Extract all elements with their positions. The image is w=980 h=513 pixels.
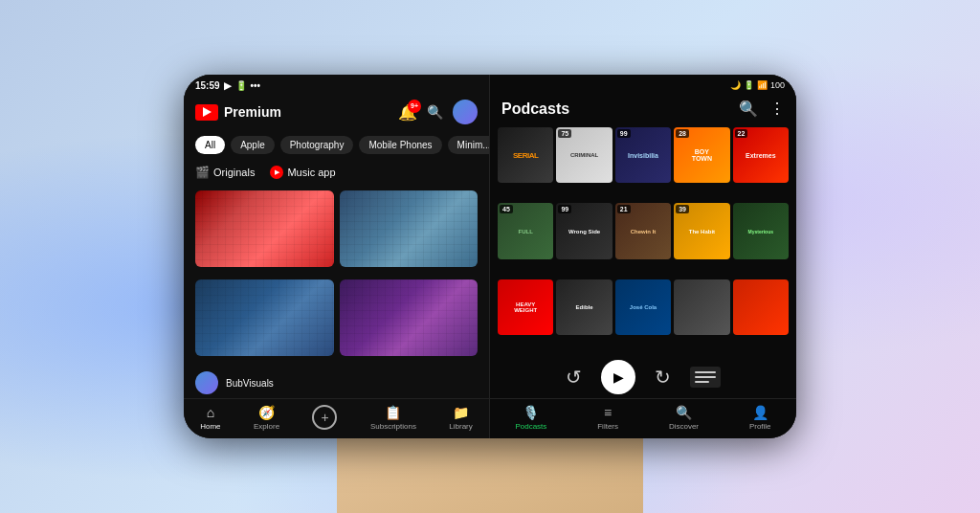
filters-nav-label: Filters bbox=[597, 422, 618, 431]
chip-apple[interactable]: Apple bbox=[231, 136, 275, 154]
notification-button[interactable]: 🔔 9+ bbox=[398, 103, 417, 122]
badge-99: 99 bbox=[617, 129, 631, 138]
podcast-cover-thehabit[interactable]: 39 The Habit bbox=[674, 203, 729, 258]
podcast-cover-14[interactable] bbox=[674, 279, 729, 335]
filters-icon: ≡ bbox=[604, 405, 612, 420]
discover-nav-label: Discover bbox=[669, 422, 699, 431]
video-thumb-2[interactable] bbox=[340, 190, 479, 267]
search-icon[interactable]: 🔍 bbox=[427, 104, 443, 120]
battery-level: 100 bbox=[770, 80, 785, 90]
channel-name: BubVisuals bbox=[226, 378, 274, 389]
nav-library[interactable]: 📁 Library bbox=[449, 405, 472, 431]
phone-device: 15:59 ▶ 🔋 ••• 🌙 🔋 📶 100 Premium 🔔 bbox=[184, 75, 796, 438]
filter-chips-container: All Apple Photography Mobile Phones Mini… bbox=[184, 132, 489, 162]
status-bar: 15:59 ▶ 🔋 ••• 🌙 🔋 📶 100 bbox=[184, 75, 796, 96]
youtube-header-icons: 🔔 9+ 🔍 bbox=[398, 100, 478, 124]
nav-home[interactable]: ⌂ Home bbox=[200, 405, 220, 431]
podcast-cover-chewinit[interactable]: 21 Chewin It bbox=[615, 203, 671, 258]
podcast-cover-extremes[interactable]: 22 Extremes bbox=[733, 127, 789, 183]
tab-originals[interactable]: 🎬 Originals bbox=[195, 166, 255, 179]
podcasts-icon: 🎙️ bbox=[523, 405, 539, 420]
chip-all[interactable]: All bbox=[195, 136, 225, 154]
channel-avatar bbox=[195, 371, 218, 394]
status-right: 🌙 🔋 📶 100 bbox=[730, 78, 785, 93]
podcast-cover-wrongside[interactable]: 99 Wrong Side bbox=[556, 203, 612, 258]
podcast-cover-full[interactable]: 45 FULL bbox=[498, 203, 553, 258]
chip-minim[interactable]: Minim... bbox=[448, 136, 489, 154]
youtube-bottom-nav: ⌂ Home 🧭 Explore + 📋 Subscriptions 📁 Lib… bbox=[184, 398, 489, 438]
chip-photography[interactable]: Photography bbox=[280, 136, 354, 154]
podcast-cover-serial[interactable]: SERIAL bbox=[498, 127, 553, 183]
video-thumb-1[interactable] bbox=[195, 190, 334, 267]
podcast-cover-invisibilia[interactable]: 99 Invisibilia bbox=[615, 127, 671, 183]
pod-nav-podcasts[interactable]: 🎙️ Podcasts bbox=[515, 405, 546, 431]
subscriptions-label: Subscriptions bbox=[370, 422, 416, 431]
explore-label: Explore bbox=[254, 422, 279, 431]
film-icon: 🎬 bbox=[195, 166, 210, 179]
music-app-label: Music app bbox=[287, 167, 335, 178]
player-controls: ↺ ▶ ↻ bbox=[490, 354, 796, 398]
music-app-icon: ▶ bbox=[270, 166, 283, 179]
podcasts-nav-label: Podcasts bbox=[515, 422, 546, 431]
subscriptions-icon: 📋 bbox=[385, 405, 401, 420]
podcast-cover-heavyweight[interactable]: HEAVYWEIGHT bbox=[498, 279, 553, 335]
phone-wrapper: 15:59 ▶ 🔋 ••• 🌙 🔋 📶 100 Premium 🔔 bbox=[165, 56, 815, 457]
tab-music-app[interactable]: ▶ Music app bbox=[270, 166, 335, 179]
podcast-cover-mysterious[interactable]: Mysterious bbox=[733, 203, 789, 258]
sub-tabs: 🎬 Originals ▶ Music app bbox=[184, 162, 489, 187]
dots-icon: ••• bbox=[251, 80, 261, 91]
fast-forward-button[interactable]: ↻ bbox=[655, 366, 671, 389]
library-label: Library bbox=[449, 422, 472, 431]
battery-icon-right: 🔋 bbox=[744, 80, 754, 90]
badge-99b: 99 bbox=[558, 205, 571, 213]
badge-39: 39 bbox=[676, 205, 689, 213]
nav-add[interactable]: + bbox=[312, 405, 337, 431]
video-thumb-4[interactable] bbox=[340, 279, 479, 356]
pod-nav-profile[interactable]: 👤 Profile bbox=[749, 405, 771, 431]
podcasts-panel: Podcasts 🔍 ⋮ SERIAL 75 CRIMINAL 99 Invis… bbox=[490, 75, 796, 438]
podcasts-header-icons: 🔍 ⋮ bbox=[739, 100, 785, 118]
badge-28: 28 bbox=[676, 129, 689, 138]
search-icon-podcasts[interactable]: 🔍 bbox=[739, 100, 758, 118]
originals-label: Originals bbox=[213, 167, 255, 178]
podcast-cover-josecola[interactable]: José Cola bbox=[615, 279, 671, 335]
video-thumb-3[interactable] bbox=[195, 279, 334, 356]
user-row: BubVisuals bbox=[184, 366, 489, 398]
explore-icon: 🧭 bbox=[258, 405, 275, 420]
add-icon: + bbox=[312, 405, 337, 430]
user-avatar[interactable] bbox=[453, 100, 478, 124]
nav-explore[interactable]: 🧭 Explore bbox=[254, 405, 279, 431]
more-options-icon[interactable]: ⋮ bbox=[769, 100, 785, 118]
play-pause-button[interactable]: ▶ bbox=[601, 360, 635, 394]
battery-icon: 🔋 bbox=[235, 80, 247, 91]
playlist-icon[interactable] bbox=[690, 367, 721, 388]
notification-badge: 9+ bbox=[408, 100, 421, 113]
profile-icon: 👤 bbox=[752, 405, 768, 420]
pod-nav-discover[interactable]: 🔍 Discover bbox=[669, 405, 699, 431]
chip-mobile-phones[interactable]: Mobile Phones bbox=[359, 136, 441, 154]
youtube-logo-icon bbox=[195, 104, 218, 121]
moon-icon: 🌙 bbox=[730, 80, 741, 90]
podcast-cover-edible[interactable]: Edible bbox=[556, 279, 612, 335]
podcast-covers-grid: SERIAL 75 CRIMINAL 99 Invisibilia 28 BOY… bbox=[490, 125, 796, 354]
pod-nav-filters[interactable]: ≡ Filters bbox=[597, 405, 618, 431]
badge-21: 21 bbox=[617, 205, 631, 213]
time-display: 15:59 bbox=[195, 80, 220, 91]
badge-75: 75 bbox=[558, 129, 571, 138]
youtube-panel: Premium 🔔 9+ 🔍 All Apple Photography Mob… bbox=[184, 75, 490, 438]
podcasts-title: Podcasts bbox=[501, 100, 739, 118]
wifi-icon: 📶 bbox=[757, 80, 768, 90]
discover-icon: 🔍 bbox=[676, 405, 692, 420]
badge-22: 22 bbox=[735, 129, 748, 138]
podcast-cover-criminal[interactable]: 75 CRIMINAL bbox=[556, 127, 612, 183]
play-status-icon: ▶ bbox=[224, 80, 232, 91]
podcasts-bottom-nav: 🎙️ Podcasts ≡ Filters 🔍 Discover 👤 Profi… bbox=[490, 398, 796, 438]
podcast-cover-boytown[interactable]: 28 BOYTOWN bbox=[674, 127, 729, 183]
home-icon: ⌂ bbox=[207, 405, 214, 420]
rewind-button[interactable]: ↺ bbox=[566, 366, 582, 389]
home-label: Home bbox=[200, 422, 220, 431]
podcast-cover-15[interactable] bbox=[733, 279, 789, 335]
profile-nav-label: Profile bbox=[749, 422, 771, 431]
library-icon: 📁 bbox=[453, 405, 469, 420]
nav-subscriptions[interactable]: 📋 Subscriptions bbox=[370, 405, 416, 431]
